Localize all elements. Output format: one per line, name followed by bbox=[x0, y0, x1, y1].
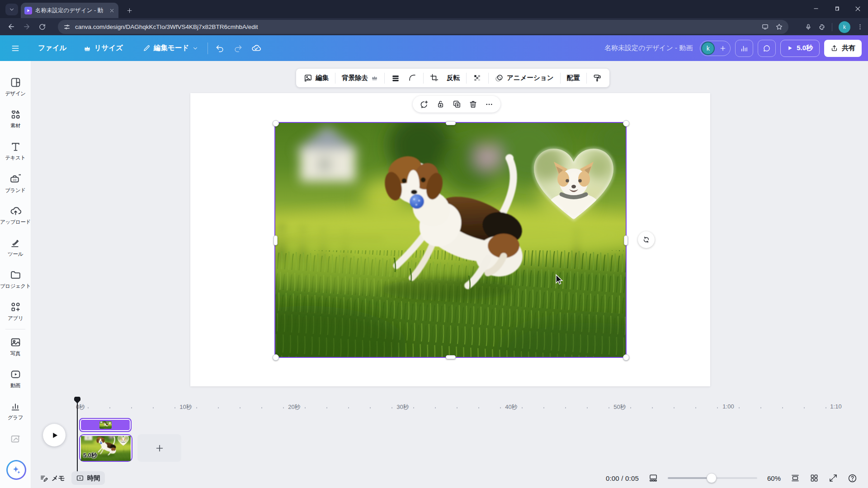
home-menu-icon[interactable] bbox=[6, 39, 24, 57]
svg-text:co: co bbox=[13, 178, 16, 182]
window-minimize-button[interactable] bbox=[806, 0, 826, 17]
browser-tab[interactable]: 名称未設定のデザイン - 動画 - Ca bbox=[21, 3, 118, 18]
duplicate-button[interactable] bbox=[450, 98, 463, 111]
magic-edit-icon bbox=[0, 427, 31, 450]
extensions-icon[interactable] bbox=[818, 23, 826, 31]
sidebar-item-charts[interactable]: グラフ bbox=[0, 395, 31, 427]
notes-label: メモ bbox=[52, 474, 65, 483]
resize-handle-top-left[interactable] bbox=[273, 120, 279, 127]
edit-label: 編集 bbox=[316, 74, 329, 82]
line-weight-button[interactable] bbox=[387, 71, 404, 85]
timeline-play-button[interactable] bbox=[43, 424, 66, 446]
grid-view-icon[interactable] bbox=[810, 474, 819, 483]
zoom-level: 60% bbox=[767, 474, 781, 482]
duplicate-plus-icon bbox=[453, 100, 461, 108]
undo-icon[interactable] bbox=[211, 39, 229, 57]
browser-menu-icon[interactable] bbox=[857, 23, 863, 30]
sidebar-item-brand[interactable]: co ブランド bbox=[0, 167, 31, 199]
url-text: canva.com/design/DAGhqkKcTIo/3WfVS4KBj7x… bbox=[75, 23, 258, 30]
animate-label: アニメーション bbox=[507, 74, 554, 82]
invite-member-button[interactable] bbox=[717, 45, 729, 52]
reload-icon[interactable] bbox=[34, 20, 50, 33]
sidebar-item-photos[interactable]: 写真 bbox=[0, 331, 31, 363]
notes-button[interactable]: メモ bbox=[40, 474, 65, 483]
help-icon[interactable] bbox=[848, 474, 857, 483]
window-restore-button[interactable] bbox=[826, 0, 847, 17]
element-track-clip[interactable] bbox=[79, 418, 132, 432]
sidebar-item-text[interactable]: テキスト bbox=[0, 135, 31, 167]
background-remove-button[interactable]: 背景除去 bbox=[338, 71, 382, 85]
sidebar-item-videos[interactable]: 動画 bbox=[0, 363, 31, 395]
screen: 名称未設定のデザイン - 動画 - Ca bbox=[0, 0, 868, 488]
canva-assistant-button[interactable] bbox=[6, 460, 26, 480]
file-menu-button[interactable]: ファイル bbox=[32, 39, 73, 57]
animate-button[interactable]: アニメーション bbox=[491, 71, 558, 85]
delete-button[interactable] bbox=[466, 98, 480, 111]
user-avatar[interactable]: k bbox=[701, 42, 715, 55]
zoom-slider[interactable] bbox=[668, 473, 757, 483]
comment-add-button[interactable] bbox=[417, 98, 431, 111]
add-page-button[interactable] bbox=[137, 434, 181, 462]
corner-rounding-button[interactable] bbox=[404, 71, 421, 85]
sidebar-item-tools[interactable]: ツール bbox=[0, 231, 31, 263]
share-button[interactable]: 共有 bbox=[824, 40, 862, 57]
fullscreen-icon[interactable] bbox=[829, 474, 838, 483]
url-field[interactable]: canva.com/design/DAGhqkKcTIo/3WfVS4KBj7x… bbox=[58, 20, 788, 34]
video-time-icon bbox=[76, 474, 84, 482]
tab-close-icon[interactable] bbox=[109, 8, 115, 14]
copy-style-button[interactable] bbox=[589, 71, 606, 85]
crop-button[interactable] bbox=[426, 71, 443, 85]
timeline-view-toggle[interactable]: 時間 bbox=[71, 471, 105, 485]
resize-button[interactable]: リサイズ bbox=[77, 39, 129, 57]
zoom-slider-thumb[interactable] bbox=[707, 473, 717, 483]
resize-handle-right[interactable] bbox=[624, 235, 628, 245]
comments-button[interactable] bbox=[758, 40, 776, 57]
resize-handle-top[interactable] bbox=[446, 121, 456, 125]
sidebar-divider bbox=[5, 329, 25, 329]
edit-mode-button[interactable]: 編集モード bbox=[137, 39, 205, 57]
more-options-button[interactable] bbox=[482, 98, 496, 111]
line-weight-icon bbox=[391, 74, 400, 83]
resize-handle-left[interactable] bbox=[274, 235, 278, 245]
site-settings-icon[interactable] bbox=[63, 23, 71, 31]
avatar-group: k bbox=[700, 41, 731, 56]
mic-icon[interactable] bbox=[805, 23, 812, 31]
resize-handle-bottom-right[interactable] bbox=[623, 354, 629, 361]
apps-grid-icon bbox=[10, 301, 21, 313]
browser-profile-avatar[interactable]: k bbox=[839, 21, 850, 33]
sidebar: デザイン 素材 テキスト co ブランド アップロード bbox=[0, 61, 31, 488]
canva-header: ファイル リサイズ 編集モード 名称未設定のデザイン - 動画 k bbox=[0, 35, 868, 61]
crown-icon bbox=[371, 75, 378, 81]
playhead-line bbox=[77, 403, 78, 471]
flip-button[interactable]: 反転 bbox=[443, 71, 464, 85]
new-tab-button[interactable] bbox=[123, 4, 136, 17]
resize-handle-bottom[interactable] bbox=[446, 355, 456, 359]
window-close-button[interactable] bbox=[847, 0, 868, 17]
sidebar-item-uploads[interactable]: アップロード bbox=[0, 199, 31, 231]
redo-icon[interactable] bbox=[229, 39, 247, 57]
timeline-panel-icon[interactable] bbox=[649, 474, 658, 483]
sidebar-item-apps[interactable]: アプリ bbox=[0, 296, 31, 328]
install-icon[interactable] bbox=[761, 23, 769, 31]
transparency-button[interactable] bbox=[469, 71, 486, 85]
bookmark-star-icon[interactable] bbox=[775, 23, 783, 31]
sidebar-item-projects[interactable]: プロジェクト bbox=[0, 263, 31, 296]
preview-play-button[interactable]: 5.0秒 bbox=[780, 40, 820, 57]
forward-icon[interactable] bbox=[19, 20, 34, 33]
rotate-handle[interactable] bbox=[638, 231, 655, 248]
resize-handle-bottom-left[interactable] bbox=[273, 354, 279, 361]
fit-page-icon[interactable] bbox=[791, 474, 800, 483]
lock-button[interactable] bbox=[434, 98, 447, 111]
sidebar-item-design[interactable]: デザイン bbox=[0, 71, 31, 103]
insights-button[interactable] bbox=[735, 40, 753, 57]
tab-search-icon[interactable] bbox=[5, 4, 18, 15]
brand-kit-icon: co bbox=[9, 173, 22, 185]
edit-image-button[interactable]: 編集 bbox=[300, 71, 333, 85]
chevron-down-icon bbox=[192, 45, 198, 52]
sidebar-item-elements[interactable]: 素材 bbox=[0, 103, 31, 135]
resize-handle-top-right[interactable] bbox=[623, 120, 629, 127]
video-track-clip[interactable]: 5.0秒 bbox=[79, 434, 132, 462]
selected-image-dog-photo[interactable] bbox=[275, 123, 626, 357]
back-icon[interactable] bbox=[4, 20, 19, 33]
position-button[interactable]: 配置 bbox=[563, 71, 584, 85]
